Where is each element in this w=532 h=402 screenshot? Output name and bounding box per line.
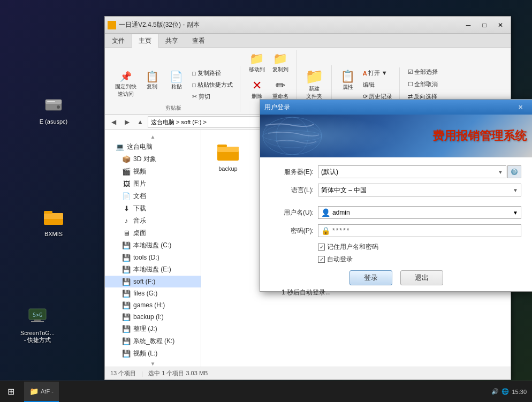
taskbar-items: 📁 AtF - [21,382,486,402]
new-folder-button[interactable]: 📁 新建文件夹 [302,65,327,102]
remember-checkbox-item[interactable]: ✓ 记住用户名和密码 [318,242,378,252]
select-buttons: ☑ 全部选择 ☐ 全部取消 ⇄ 反向选择 [405,66,440,102]
dialog-close-button[interactable]: ✕ [513,102,528,112]
selected-info: 选中 1 个项目 3.03 MB [148,369,208,377]
sidebar-item-music[interactable]: ♪ 音乐 [105,215,201,227]
sidebar-item-video[interactable]: 🎬 视频 [105,165,201,178]
dialog-title-bar: 用户登录 ✕ [260,100,532,115]
autologin-checkbox[interactable]: ✓ [318,256,325,263]
copy-button[interactable]: 📋 复制 [141,68,163,93]
delete-icon: ✕ [252,79,262,93]
clipboard-buttons: 📌 固定到快速访问 📋 复制 📄 [112,66,235,102]
checkbox-row-remember: ✓ 记住用户名和密码 [318,242,521,252]
svg-rect-13 [109,23,112,25]
tab-file[interactable]: 文件 [105,34,132,47]
paste-icon: 📄 [170,70,183,83]
open-icon: A [363,70,367,77]
c-drive-icon: 💾 [122,241,131,250]
sidebar-item-e-drive[interactable]: 💾 本地磁盘 (E:) [105,263,201,276]
move-icon: 📁 [249,52,264,66]
sidebar-item-3d[interactable]: 📦 3D 对象 [105,153,201,165]
music-icon: ♪ [122,217,131,225]
clipboard-label: 剪贴板 [165,104,181,112]
rename-button[interactable]: ✏ 重命名 [269,77,292,102]
language-select[interactable]: 简体中文 – 中国 ▼ [318,184,521,196]
sidebar-item-h-drive[interactable]: 💾 games (H:) [105,299,201,311]
tab-view[interactable]: 查看 [185,34,212,47]
desktop-icon-bxmis[interactable]: BXMIS [32,203,75,237]
server-select[interactable]: (默认) ▼ [318,165,506,178]
properties-button[interactable]: 📋 属性 [337,67,359,102]
desktop-icon-screentog[interactable]: S>G ScreenToG...- 快捷方式 [16,302,59,344]
sidebar-item-d-drive[interactable]: 💾 tools (D:) [105,252,201,263]
server-config-button[interactable] [507,165,521,178]
sidebar-item-i-drive[interactable]: 💾 backup (I:) [105,311,201,323]
desktop-icon-label: ScreenToG...- 快捷方式 [16,330,59,344]
copy-path-button[interactable]: □ 复制路径 [189,67,235,79]
sidebar-item-g-drive[interactable]: 💾 files (G:) [105,287,201,299]
item-count: 13 个项目 [110,369,136,377]
start-button[interactable]: ⊞ [0,381,21,403]
desktop-icon-e-drive[interactable]: E (asuspc) [32,91,75,125]
tab-home[interactable]: 主页 [132,34,158,48]
deselect-all-button[interactable]: ☐ 全部取消 [405,79,440,90]
sidebar-item-f-drive[interactable]: 💾 soft (F:) [105,276,201,287]
paste-shortcut-icon: □ [192,82,196,88]
paste-shortcut-button[interactable]: □ 粘贴快捷方式 [189,79,235,90]
sidebar-item-documents[interactable]: 📄 文档 [105,190,201,202]
j-drive-icon: 💾 [122,325,131,333]
sidebar-item-j-drive[interactable]: 💾 整理 (J:) [105,323,201,335]
volume-icon[interactable]: 🔊 [491,388,499,395]
edit-button[interactable]: 编辑 [360,79,395,90]
login-button[interactable]: 登录 [349,270,392,285]
file-item-backup[interactable]: backup [207,135,249,175]
ribbon-group-clipboard: 📌 固定到快速访问 📋 复制 📄 [108,66,240,112]
taskbar: ⊞ 📁 AtF - 🔊 🌐 15:30 [0,381,532,402]
remember-checkbox[interactable]: ✓ [318,244,325,251]
sidebar-item-c-drive[interactable]: 💾 本地磁盘 (C:) [105,239,201,252]
sidebar-item-pictures[interactable]: 🖼 图片 [105,178,201,190]
title-bar: 一日通V2.4.5版(32位) - 副本 ─ □ ✕ [105,17,511,34]
password-label: 密码(P): [271,226,314,236]
copy-to-button[interactable]: 📁 复制到 [269,50,292,75]
3d-icon: 📦 [122,155,131,164]
copy-path-icon: □ [192,70,196,77]
maximize-button[interactable]: □ [477,20,492,31]
forward-button[interactable]: ▶ [121,116,133,128]
dialog-title-text: 用户登录 [264,103,513,112]
svg-rect-12 [109,24,115,28]
autologin-checkbox-item[interactable]: ✓ 自动登录 [318,255,353,264]
pin-icon: 📌 [119,70,132,83]
window-icon [108,21,116,29]
svg-rect-11 [31,321,44,322]
dialog-banner: 费用报销管理系统 [260,115,532,157]
sidebar-item-downloads[interactable]: ⬇ 下载 [105,202,201,215]
paste-button[interactable]: 📄 粘贴 [164,68,188,93]
banner-title: 费用报销管理系统 [432,128,527,144]
back-button[interactable]: ◀ [108,116,119,128]
pin-button[interactable]: 📌 固定到快速访问 [112,68,140,100]
tab-share[interactable]: 共享 [158,34,185,47]
network-icon[interactable]: 🌐 [501,388,509,395]
cut-button[interactable]: ✂ 剪切 [189,91,235,102]
sidebar-item-desktop[interactable]: 🖥 桌面 [105,227,201,239]
copy-icon: 📋 [146,70,159,83]
select-all-button[interactable]: ☑ 全部选择 [405,66,440,78]
taskbar-item-explorer[interactable]: 📁 AtF - [24,382,59,402]
dialog-buttons: 登录 退出 [271,270,521,285]
move-to-button[interactable]: 📁 移动到 [246,50,268,75]
open-buttons: 📋 属性 A 打开 ▼ 编辑 [337,67,395,102]
sidebar-item-l-drive[interactable]: 💾 视频 (L:) [105,347,201,360]
delete-button[interactable]: ✕ 删除 [246,77,268,102]
close-button[interactable]: ✕ [493,20,508,31]
svg-rect-10 [34,320,41,321]
backup-folder-icon [215,138,241,164]
language-label: 语言(L): [271,186,314,195]
up-button[interactable]: ▲ [134,116,146,128]
world-map-graphic [260,115,396,157]
sidebar-item-this-pc[interactable]: 💻 这台电脑 [105,141,201,153]
sidebar-item-k-drive[interactable]: 💾 系统_教程 (K:) [105,335,201,347]
minimize-button[interactable]: ─ [461,20,476,31]
cancel-button[interactable]: 退出 [400,270,443,285]
open-button[interactable]: A 打开 ▼ [360,67,395,79]
